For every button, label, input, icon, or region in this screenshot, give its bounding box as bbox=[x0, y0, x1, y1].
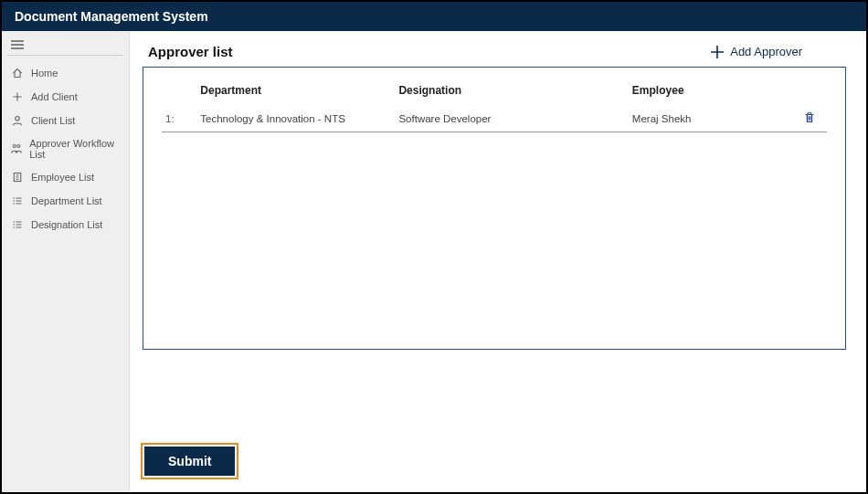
sidebar-item-add-client[interactable]: Add Client bbox=[7, 85, 123, 109]
sidebar-item-label: Client List bbox=[31, 115, 75, 126]
user-icon bbox=[11, 114, 24, 127]
page-title: Approver list bbox=[148, 44, 233, 59]
sidebar-item-employee-list[interactable]: Employee List bbox=[7, 165, 123, 189]
sidebar-toggle[interactable] bbox=[7, 38, 123, 56]
submit-button[interactable]: Submit bbox=[144, 447, 235, 476]
sidebar-item-label: Designation List bbox=[31, 219, 102, 230]
employee-icon bbox=[11, 171, 24, 184]
table-row: 1: Technology & Innovation - NTS Softwar… bbox=[162, 104, 827, 132]
svg-point-3 bbox=[16, 117, 20, 121]
table-header-row: Department Designation Employee bbox=[162, 79, 827, 104]
title-row: Approver list Add Approver bbox=[143, 44, 846, 59]
workflow-icon bbox=[11, 142, 22, 155]
cell-employee: Meraj Shekh bbox=[629, 104, 792, 132]
sidebar-item-approver-workflow[interactable]: Approver Workflow List bbox=[7, 132, 123, 165]
sidebar: Home Add Client Client List Approver Wor… bbox=[2, 31, 130, 492]
col-actions bbox=[792, 79, 827, 104]
app-title: Document Management System bbox=[15, 9, 208, 24]
approver-table: Department Designation Employee 1: Techn… bbox=[162, 79, 827, 132]
sidebar-item-home[interactable]: Home bbox=[7, 61, 123, 85]
sidebar-item-client-list[interactable]: Client List bbox=[7, 109, 123, 132]
approver-card: Department Designation Employee 1: Techn… bbox=[143, 67, 846, 350]
app-header: Document Management System bbox=[2, 2, 866, 31]
col-department: Department bbox=[196, 79, 395, 104]
add-approver-button[interactable]: Add Approver bbox=[710, 45, 846, 59]
sidebar-item-label: Add Client bbox=[31, 91, 78, 102]
col-index bbox=[162, 79, 196, 104]
cell-designation: Software Developer bbox=[395, 104, 628, 132]
cell-index: 1: bbox=[162, 104, 196, 132]
svg-point-5 bbox=[17, 145, 20, 148]
col-employee: Employee bbox=[629, 79, 792, 104]
list-icon bbox=[11, 194, 24, 207]
delete-button[interactable] bbox=[803, 115, 816, 126]
list-icon bbox=[11, 218, 24, 231]
app-frame: Document Management System Home Add Clie… bbox=[0, 0, 868, 494]
sidebar-item-label: Approver Workflow List bbox=[29, 138, 120, 160]
sidebar-item-designation-list[interactable]: Designation List bbox=[7, 213, 123, 236]
home-icon bbox=[11, 67, 24, 79]
trash-icon bbox=[803, 111, 816, 124]
main-content: Approver list Add Approver Department De… bbox=[130, 31, 866, 492]
add-approver-label: Add Approver bbox=[730, 45, 802, 58]
plus-icon bbox=[11, 90, 24, 103]
hamburger-icon bbox=[11, 40, 24, 49]
cell-department: Technology & Innovation - NTS bbox=[196, 104, 395, 132]
sidebar-item-label: Home bbox=[31, 68, 58, 79]
sidebar-item-label: Employee List bbox=[31, 172, 94, 183]
sidebar-item-department-list[interactable]: Department List bbox=[7, 189, 123, 213]
plus-icon bbox=[710, 45, 725, 59]
sidebar-item-label: Department List bbox=[31, 195, 102, 206]
col-designation: Designation bbox=[395, 79, 628, 104]
submit-area: Submit bbox=[143, 396, 846, 476]
app-body: Home Add Client Client List Approver Wor… bbox=[2, 31, 866, 492]
svg-point-4 bbox=[13, 145, 16, 148]
